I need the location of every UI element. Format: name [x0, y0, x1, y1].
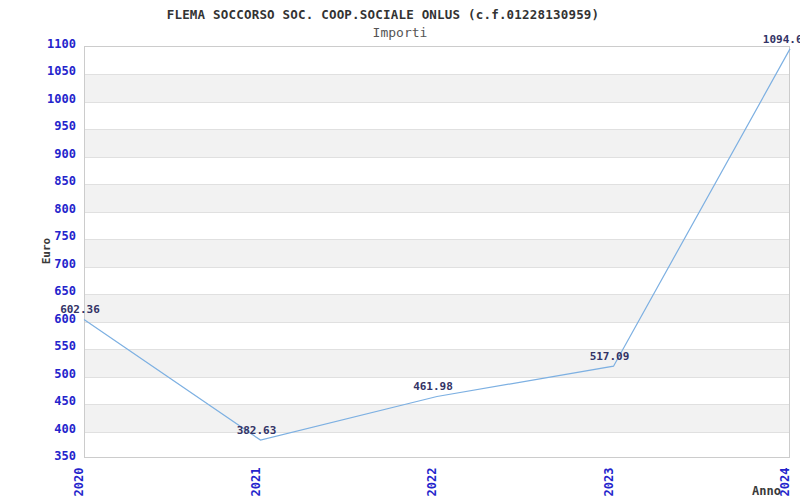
- chart-figure: FLEMA SOCCORSO SOC. COOP.SOCIALE ONLUS (…: [0, 0, 800, 500]
- x-tick-label: 2020: [72, 468, 86, 497]
- gridline: [85, 294, 789, 295]
- point-value-label: 517.09: [590, 350, 630, 363]
- plot-area: [84, 46, 790, 458]
- gridline: [85, 239, 789, 240]
- y-tick-label: 950: [0, 119, 76, 133]
- y-tick-label: 800: [0, 202, 76, 216]
- y-tick-label: 700: [0, 257, 76, 271]
- gridline: [85, 129, 789, 130]
- gridline: [85, 212, 789, 213]
- y-tick-label: 550: [0, 339, 76, 353]
- y-tick-label: 350: [0, 449, 76, 463]
- x-tick-label: 2022: [425, 468, 439, 497]
- gridline: [85, 267, 789, 268]
- y-axis-title: Euro: [40, 238, 53, 265]
- y-tick-label: 500: [0, 367, 76, 381]
- plot-band: [85, 184, 789, 211]
- plot-band: [85, 239, 789, 266]
- plot-band: [85, 404, 789, 431]
- x-tick-label: 2023: [602, 468, 616, 497]
- y-tick-label: 650: [0, 284, 76, 298]
- point-value-label: 1094.66: [763, 33, 800, 46]
- x-tick-label: 2021: [249, 468, 263, 497]
- point-value-label: 602.36: [60, 303, 100, 316]
- gridline: [85, 322, 789, 323]
- gridline: [85, 404, 789, 405]
- chart-subtitle: Importi: [373, 25, 428, 40]
- y-tick-label: 1050: [0, 64, 76, 78]
- chart-title: FLEMA SOCCORSO SOC. COOP.SOCIALE ONLUS (…: [167, 7, 600, 22]
- plot-band: [85, 129, 789, 156]
- y-tick-label: 750: [0, 229, 76, 243]
- gridline: [85, 184, 789, 185]
- gridline: [85, 74, 789, 75]
- point-value-label: 382.63: [237, 424, 277, 437]
- y-tick-label: 900: [0, 147, 76, 161]
- point-value-label: 461.98: [413, 380, 453, 393]
- y-tick-label: 450: [0, 394, 76, 408]
- gridline: [85, 377, 789, 378]
- gridline: [85, 157, 789, 158]
- plot-band: [85, 349, 789, 376]
- plot-band: [85, 74, 789, 101]
- gridline: [85, 349, 789, 350]
- gridline: [85, 432, 789, 433]
- y-tick-label: 400: [0, 422, 76, 436]
- gridline: [85, 102, 789, 103]
- y-tick-label: 1100: [0, 37, 76, 51]
- y-tick-label: 1000: [0, 92, 76, 106]
- x-axis-title: Anno: [752, 484, 781, 498]
- plot-band: [85, 294, 789, 321]
- y-tick-label: 850: [0, 174, 76, 188]
